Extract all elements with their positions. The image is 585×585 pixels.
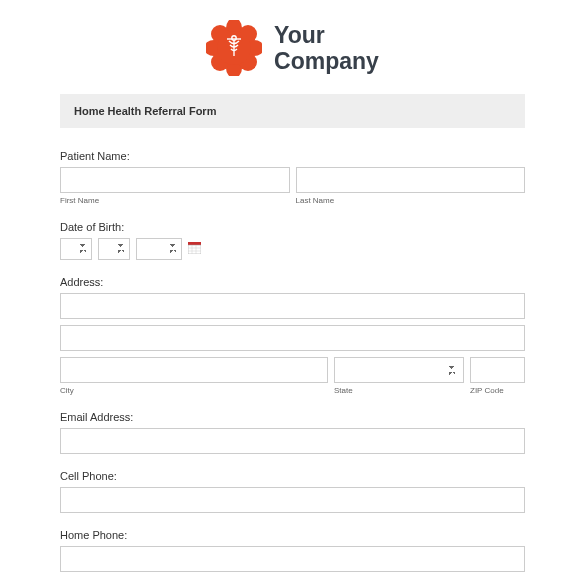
company-name-line2: Company: [274, 48, 379, 74]
dob-day-select[interactable]: [98, 238, 130, 260]
email-label: Email Address:: [60, 411, 525, 423]
medical-logo-icon: [206, 20, 262, 76]
email-field: Email Address:: [60, 411, 525, 454]
dob-label: Date of Birth:: [60, 221, 525, 233]
logo-block: Your Company: [60, 20, 525, 76]
cell-phone-label: Cell Phone:: [60, 470, 525, 482]
last-name-sublabel: Last Name: [296, 196, 526, 205]
first-name-sublabel: First Name: [60, 196, 290, 205]
dob-field: Date of Birth:: [60, 221, 525, 260]
state-select[interactable]: [334, 357, 464, 383]
calendar-icon[interactable]: [188, 240, 201, 258]
zip-input[interactable]: [470, 357, 525, 383]
address-label: Address:: [60, 276, 525, 288]
email-input[interactable]: [60, 428, 525, 454]
dob-month-select[interactable]: [60, 238, 92, 260]
form-title: Home Health Referral Form: [60, 94, 525, 128]
city-input[interactable]: [60, 357, 328, 383]
cell-phone-field: Cell Phone:: [60, 470, 525, 513]
city-sublabel: City: [60, 386, 328, 395]
home-phone-input[interactable]: [60, 546, 525, 572]
address-field: Address: City State ZIP Code: [60, 276, 525, 395]
zip-sublabel: ZIP Code: [470, 386, 525, 395]
home-phone-field: Home Phone:: [60, 529, 525, 572]
first-name-input[interactable]: [60, 167, 290, 193]
svg-rect-11: [188, 245, 201, 254]
cell-phone-input[interactable]: [60, 487, 525, 513]
company-name-line1: Your: [274, 22, 379, 48]
last-name-input[interactable]: [296, 167, 526, 193]
home-phone-label: Home Phone:: [60, 529, 525, 541]
state-sublabel: State: [334, 386, 464, 395]
patient-name-label: Patient Name:: [60, 150, 525, 162]
address-line1-input[interactable]: [60, 293, 525, 319]
address-line2-input[interactable]: [60, 325, 525, 351]
patient-name-field: Patient Name: First Name Last Name: [60, 150, 525, 205]
svg-rect-10: [188, 242, 201, 245]
dob-year-select[interactable]: [136, 238, 182, 260]
company-name: Your Company: [274, 22, 379, 75]
